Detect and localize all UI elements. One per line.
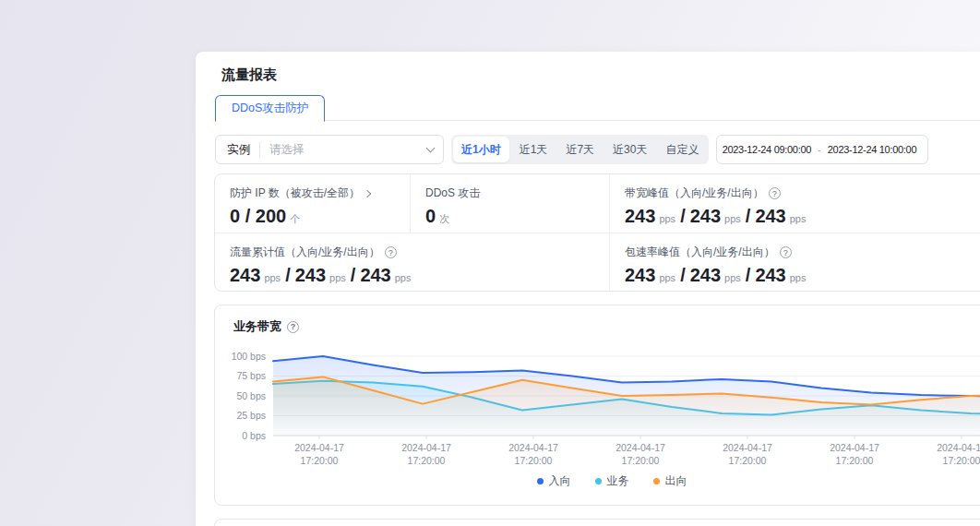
time-range-option-3[interactable]: 近30天 xyxy=(604,137,655,162)
tab-ddos-protection[interactable]: DDoS攻击防护 xyxy=(215,95,325,122)
svg-text:2024-04-17: 2024-04-17 xyxy=(508,442,558,453)
stat-value: 243pps/243pps/243pps xyxy=(625,206,980,227)
chevron-right-icon[interactable] xyxy=(364,189,371,197)
stat-label: DDoS 攻击 xyxy=(425,185,480,201)
stat-label: 防护 IP 数（被攻击/全部） xyxy=(230,185,360,201)
help-icon[interactable]: ? xyxy=(780,246,792,258)
svg-text:17:20:00: 17:20:00 xyxy=(408,455,446,466)
time-range-option-4[interactable]: 自定义 xyxy=(657,137,707,162)
time-range-option-1[interactable]: 近1天 xyxy=(511,137,556,162)
time-range-option-0[interactable]: 近1小时 xyxy=(453,137,509,162)
svg-text:2024-04-17: 2024-04-17 xyxy=(401,442,451,453)
help-icon[interactable]: ? xyxy=(287,321,299,333)
chevron-down-icon xyxy=(426,144,436,153)
legend-label: 入向 xyxy=(549,473,571,489)
stat-label: 流量累计值（入向/业务/出向） xyxy=(230,245,380,260)
svg-text:2024-04-17: 2024-04-17 xyxy=(723,442,772,453)
help-icon[interactable]: ? xyxy=(769,187,781,199)
chart-legend: 入向业务出向 xyxy=(215,473,980,489)
next-section-card xyxy=(214,519,980,526)
select-divider xyxy=(259,142,260,157)
filter-bar: 实例 请选择 近1小时近1天近7天近30天自定义 2023-12-24 09:0… xyxy=(215,135,928,164)
stats-row-2: 流量累计值（入向/业务/出向） ? 243pps/243pps/243pps 包… xyxy=(215,233,980,292)
instance-select-placeholder: 请选择 xyxy=(269,142,427,158)
legend-dot xyxy=(653,478,660,484)
svg-text:17:20:00: 17:20:00 xyxy=(622,455,660,466)
svg-text:2024-04-17: 2024-04-17 xyxy=(615,442,665,453)
date-start: 2023-12-24 09:00:00 xyxy=(723,144,811,155)
time-range-option-2[interactable]: 近7天 xyxy=(557,137,603,162)
legend-dot xyxy=(595,478,602,484)
line-chart[interactable]: 100 bps75 bps50 bps25 bps0 bps2024-04-17… xyxy=(215,342,980,472)
page-title: 流量报表 xyxy=(221,66,277,84)
instance-select[interactable]: 实例 请选择 xyxy=(215,135,444,164)
stat-card-traffic-total: 流量累计值（入向/业务/出向） ? 243pps/243pps/243pps xyxy=(215,233,610,292)
svg-text:17:20:00: 17:20:00 xyxy=(729,455,767,466)
svg-text:50 bps: 50 bps xyxy=(236,390,266,401)
svg-text:75 bps: 75 bps xyxy=(236,370,266,381)
bandwidth-chart-card: 业务带宽 ? 100 bps75 bps50 bps25 bps0 bps202… xyxy=(214,305,980,506)
stats-row-1: 防护 IP 数（被攻击/全部） 0 / 200个 DDoS 攻击 0次 带宽峰值… xyxy=(215,174,980,233)
chart-title: 业务带宽 xyxy=(233,318,281,335)
svg-text:0 bps: 0 bps xyxy=(242,430,266,441)
time-range-group: 近1小时近1天近7天近30天自定义 xyxy=(451,135,709,164)
svg-text:100 bps: 100 bps xyxy=(232,351,266,362)
legend-label: 出向 xyxy=(665,473,687,489)
date-range-picker[interactable]: 2023-12-24 09:00:00 - 2023-12-24 10:00:0… xyxy=(716,135,928,164)
date-separator: - xyxy=(818,144,821,155)
stat-card-packet-rate-peak: 包速率峰值（入向/业务/出向） ? 243pps/243pps/243pps xyxy=(610,233,980,292)
help-icon[interactable]: ? xyxy=(385,246,397,258)
legend-item-1[interactable]: 业务 xyxy=(595,473,629,489)
legend-dot xyxy=(537,478,544,484)
tab-bar: DDoS攻击防护 xyxy=(215,95,980,121)
stat-card-bandwidth-peak: 带宽峰值（入向/业务/出向） ? 243pps/243pps/243pps xyxy=(610,174,980,233)
svg-text:2024-04-17: 2024-04-17 xyxy=(294,442,344,453)
svg-text:2024-04-17: 2024-04-17 xyxy=(830,442,879,453)
svg-text:2024-04-17: 2024-04-17 xyxy=(937,442,980,453)
main-panel: 流量报表 DDoS攻击防护 实例 请选择 近1小时近1天近7天近30天自定义 2… xyxy=(196,52,980,526)
svg-text:25 bps: 25 bps xyxy=(236,410,266,421)
legend-item-0[interactable]: 入向 xyxy=(537,473,571,489)
stat-value: 0次 xyxy=(425,206,594,227)
stats-grid: 防护 IP 数（被攻击/全部） 0 / 200个 DDoS 攻击 0次 带宽峰值… xyxy=(214,173,980,292)
svg-text:17:20:00: 17:20:00 xyxy=(301,455,339,466)
svg-text:17:20:00: 17:20:00 xyxy=(515,455,553,466)
stat-label: 带宽峰值（入向/业务/出向） xyxy=(625,185,764,201)
tab-label: DDoS攻击防护 xyxy=(232,101,308,116)
stat-value: 243pps/243pps/243pps xyxy=(230,265,594,286)
legend-label: 业务 xyxy=(607,473,629,489)
stat-card-protected-ip: 防护 IP 数（被攻击/全部） 0 / 200个 xyxy=(215,174,411,233)
svg-text:17:20:00: 17:20:00 xyxy=(943,455,980,466)
stat-value: 243pps/243pps/243pps xyxy=(625,265,980,286)
instance-select-label: 实例 xyxy=(227,142,250,158)
legend-item-2[interactable]: 出向 xyxy=(653,473,687,489)
stat-card-ddos-attack: DDoS 攻击 0次 xyxy=(411,174,610,233)
stat-value: 0 / 200个 xyxy=(230,206,395,227)
stat-label: 包速率峰值（入向/业务/出向） xyxy=(625,245,775,260)
date-end: 2023-12-24 10:00:00 xyxy=(828,144,916,155)
svg-text:17:20:00: 17:20:00 xyxy=(836,455,874,466)
